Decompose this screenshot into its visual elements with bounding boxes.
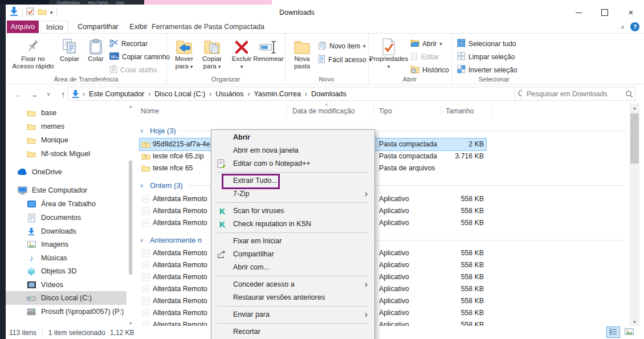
sidebar-item-prosoft-propat0057-p[interactable]: Prosoft (\\propat0057) (P:) (6, 305, 127, 318)
forward-icon[interactable]: → (26, 89, 41, 99)
select-none-button[interactable]: Limpar seleção (457, 51, 515, 63)
menu-item-abrir-em-nova-janela[interactable]: Abrir em nova janela (211, 144, 374, 157)
breadcrumb-este-computador[interactable]: Este Computador (85, 90, 148, 98)
sidebar-item-base[interactable]: base (6, 106, 127, 120)
breadcrumb-yasmin-correa[interactable]: Yasmin.Correa (250, 90, 305, 98)
sidebar-item-downloads[interactable]: Downloads (6, 224, 127, 238)
column-header-nome[interactable]: Nome (141, 105, 283, 117)
file-list-scrollbar[interactable]: ▴ ▾ (630, 104, 639, 326)
minimize-button[interactable] (565, 5, 592, 21)
column-divider[interactable] (492, 106, 492, 116)
rename-button[interactable]: Renomear (253, 36, 284, 73)
scroll-up-icon[interactable]: ▴ (630, 105, 639, 111)
copy-path-button[interactable]: W Copiar caminho (109, 51, 170, 63)
new-folder-button[interactable]: Nova pasta (288, 36, 316, 73)
properties-check-icon[interactable] (26, 7, 34, 18)
sidebar-item-objetos-3d[interactable]: Objetos 3D (6, 264, 127, 278)
sidebar-item-nf-stock-miguel[interactable]: Nf-stock Miguel (6, 147, 127, 161)
tab-arquivo[interactable]: Arquivo (7, 21, 39, 33)
scrollbar-thumb[interactable] (630, 113, 639, 164)
tab-ferramentas-pasta-compactada[interactable]: Ferramentas de Pasta Compactada (144, 21, 272, 33)
collapse-ribbon-icon[interactable]: ∧ (621, 24, 625, 30)
pin-quick-access-button[interactable]: Fixar no Acesso rápido (11, 36, 55, 73)
column-header-tamanho[interactable]: Tamanho (446, 105, 474, 117)
sidebar-item-imagens[interactable]: Imagens (6, 238, 127, 251)
move-to-button[interactable]: Mover para ▾ (171, 36, 197, 73)
chevron-down-icon[interactable]: ∨ (140, 182, 149, 189)
copy-button[interactable]: Copiar (56, 36, 83, 73)
delete-button[interactable]: Excluir ▾ (229, 36, 254, 73)
open-button[interactable]: Abrir ▾ (410, 38, 442, 50)
group-header-hoje-3[interactable]: ∨Hoje (3) (134, 124, 625, 137)
paste-shortcut-button[interactable]: Colar atalho (109, 64, 157, 76)
sidebar-item-rea-de-trabalho[interactable]: Área de Trabalho (6, 197, 127, 211)
breadcrumb-usuarios[interactable]: Usuários (211, 90, 247, 98)
column-divider[interactable] (287, 106, 287, 116)
menu-item-abrir[interactable]: Abrir (211, 131, 374, 144)
menu-item-enviar-para[interactable]: Enviar para› (211, 308, 374, 321)
scroll-down-icon[interactable]: ▾ (128, 321, 133, 326)
back-icon[interactable]: ← (11, 89, 26, 99)
breadcrumb-disco-local[interactable]: Disco Local (C:) (150, 90, 209, 98)
sidebar-item-monique[interactable]: Monique (6, 133, 127, 147)
copy-to-button[interactable]: Copiar para ▾ (198, 36, 226, 73)
maximize-button[interactable] (592, 5, 618, 21)
column-divider[interactable] (441, 106, 441, 116)
paste-button[interactable]: Colar (84, 36, 107, 73)
menu-item-scan-for-viruses[interactable]: KScan for viruses (211, 205, 374, 218)
select-all-button[interactable]: Selecionar tudo (457, 38, 516, 50)
tab-compartilhar[interactable]: Compartilhar (73, 21, 123, 33)
search-input[interactable] (522, 90, 623, 98)
cut-button[interactable]: Recortar (109, 38, 148, 50)
menu-item-compartilhar[interactable]: Compartilhar (211, 248, 374, 261)
menu-item-label: Abrir em nova janela (233, 146, 299, 154)
menu-item-recortar[interactable]: Recortar (211, 325, 374, 338)
menu-item-editar-com-o-notepad[interactable]: Editar com o Notepad++ (211, 157, 374, 170)
menu-item-restaurar-vers-es-anteriores[interactable]: Restaurar versões anteriores (211, 291, 374, 304)
column-divider[interactable] (373, 106, 374, 116)
menu-item-fixar-em-iniciar[interactable]: Fixar em Iniciar (211, 235, 374, 248)
scrollbar-thumb[interactable] (129, 161, 132, 275)
recent-locations-caret-icon[interactable]: ∨ (41, 91, 56, 97)
menu-item-7-zip[interactable]: 7-Zip› (211, 187, 374, 201)
edit-button[interactable]: Editar (410, 51, 439, 63)
sidebar-item-m-sicas[interactable]: ♪Músicas (6, 251, 127, 265)
chevron-down-icon[interactable]: ∨ (140, 237, 149, 243)
menu-item-conceder-acesso-a[interactable]: Conceder acesso a› (211, 278, 374, 291)
folder-file-icon (141, 164, 150, 173)
chevron-down-icon[interactable]: ∨ (140, 128, 149, 134)
tab-inicio[interactable]: Início (41, 21, 68, 34)
sidebar-scrollbar[interactable]: ▴ ▾ (128, 104, 133, 326)
group-header-ontem-3[interactable]: ∨Ontem (3) (134, 179, 625, 191)
menu-item-check-reputation-in-ksn[interactable]: KCheck reputation in KSN (211, 218, 374, 231)
sidebar-item-documentos[interactable]: Documentos (6, 211, 127, 224)
history-button[interactable]: Histórico (410, 64, 449, 76)
scroll-up-icon[interactable]: ▴ (128, 104, 133, 109)
column-header-tipo[interactable]: Tipo (379, 105, 392, 117)
thumbnails-view-button[interactable] (622, 326, 636, 338)
new-folder-icon[interactable] (38, 7, 47, 18)
breadcrumb[interactable]: › Este Computador › Disco Local (C:) › U… (67, 87, 504, 101)
music-icon: ♪ (26, 254, 36, 262)
scroll-down-icon[interactable]: ▾ (630, 319, 639, 325)
details-view-button[interactable] (606, 326, 620, 338)
menu-item-extrair-tudo[interactable]: Extrair Tudo... (211, 174, 374, 187)
sidebar-item-este-computador[interactable]: Este Computador (6, 183, 127, 197)
column-header-data[interactable]: Data de modificação (292, 105, 354, 117)
qat-customize-caret-icon[interactable]: ▾ (50, 10, 53, 15)
properties-button[interactable]: Propriedades ▾ (370, 36, 407, 73)
sidebar-item-v-deos[interactable]: Vídeos (6, 278, 127, 292)
sidebar-item-disco-local-c[interactable]: Disco Local (C:) (6, 291, 127, 305)
new-item-icon (318, 42, 327, 51)
group-header-anteriormente-n[interactable]: ∨Anteriormente n (134, 234, 625, 246)
invert-selection-button[interactable]: Inverter seleção (457, 64, 517, 76)
breadcrumb-downloads[interactable]: Downloads (307, 90, 350, 98)
help-icon[interactable]: ? (630, 22, 639, 31)
sidebar-item-memes[interactable]: memes (6, 120, 127, 133)
search-icon[interactable] (623, 90, 635, 98)
close-button[interactable]: × (618, 5, 644, 21)
new-item-button[interactable]: Novo item ▾ (318, 40, 366, 52)
sidebar-item-onedrive[interactable]: OneDrive (6, 165, 127, 179)
easy-access-button[interactable]: Fácil acesso ▾ (318, 54, 372, 66)
menu-item-abrir-com[interactable]: Abrir com... (211, 261, 374, 274)
